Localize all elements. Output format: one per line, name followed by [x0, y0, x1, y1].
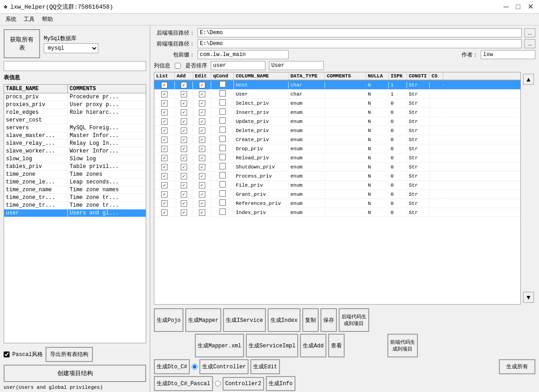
- gen-iservice-button[interactable]: 生成IService: [223, 308, 266, 332]
- checkbox[interactable]: [181, 155, 187, 161]
- checkbox[interactable]: [181, 182, 187, 188]
- checkbox[interactable]: [161, 91, 168, 97]
- data-table-row[interactable]: Shutdown_priv enum N 0 Str: [154, 163, 520, 172]
- checkbox[interactable]: [219, 99, 226, 106]
- export-button[interactable]: 导出所有表结构: [46, 347, 93, 362]
- table-list-row[interactable]: time_zone_tr...Time zone tr...: [4, 194, 146, 202]
- frontend-gen-button[interactable]: 前端代码生成到项目: [387, 334, 418, 357]
- checkbox[interactable]: [199, 155, 205, 161]
- data-table-row[interactable]: Host char N 1 Str: [154, 81, 520, 90]
- gen-info-button[interactable]: 生成Info: [266, 376, 295, 391]
- gen-dto-cs-pascal-button[interactable]: 生成Dto_C#_Pascal: [154, 376, 213, 391]
- checkbox[interactable]: [181, 91, 187, 97]
- gen-controller-radio[interactable]: [192, 364, 198, 370]
- close-button[interactable]: ✕: [526, 2, 535, 11]
- checkbox[interactable]: [219, 154, 226, 160]
- frontend-path-input[interactable]: [198, 39, 522, 48]
- checkbox[interactable]: [161, 146, 168, 152]
- checkbox[interactable]: [219, 163, 226, 169]
- table-list-row[interactable]: proxies_privUser proxy p...: [4, 101, 146, 109]
- data-table-row[interactable]: User char N 1 Str: [154, 90, 520, 99]
- table-list-row[interactable]: procs_privProcedure pr...: [4, 93, 146, 101]
- gen-controller-button[interactable]: 生成Controller: [199, 359, 249, 374]
- data-table-row[interactable]: Create_priv enum N 0 Str: [154, 135, 520, 144]
- checkbox[interactable]: [199, 118, 205, 125]
- checkbox[interactable]: [181, 109, 187, 116]
- checkbox[interactable]: [219, 90, 226, 97]
- checkbox[interactable]: [199, 82, 205, 88]
- checkbox[interactable]: [181, 200, 187, 207]
- checkbox[interactable]: [199, 191, 205, 198]
- table-list-row[interactable]: serversMySQL Foreig...: [4, 124, 146, 132]
- gen-all-button[interactable]: 生成所有: [499, 359, 535, 374]
- checkbox[interactable]: [181, 173, 187, 179]
- table-list-row[interactable]: slave_master...Master Infor...: [4, 132, 146, 140]
- table-list-row[interactable]: time_zone_tr...Time zone tr...: [4, 202, 146, 209]
- checkbox[interactable]: [219, 190, 226, 197]
- menu-item-system[interactable]: 系统: [2, 15, 20, 24]
- checkbox[interactable]: [161, 155, 168, 161]
- checkbox[interactable]: [199, 200, 205, 207]
- checkbox[interactable]: [181, 191, 187, 198]
- gen-mapper-button[interactable]: 生成Mapper: [185, 308, 221, 332]
- checkbox[interactable]: [199, 164, 205, 170]
- checkbox[interactable]: [199, 209, 205, 216]
- table-list-row[interactable]: tables_privTable privil...: [4, 163, 146, 171]
- package-input[interactable]: [198, 50, 289, 59]
- checkbox[interactable]: [181, 82, 187, 88]
- search-input[interactable]: [4, 61, 146, 71]
- pascal-checkbox[interactable]: [4, 351, 10, 357]
- controller2-button[interactable]: Controller2: [223, 377, 264, 391]
- checkbox[interactable]: [199, 182, 205, 188]
- gen-add-button[interactable]: 生成Add: [300, 334, 326, 357]
- checkbox[interactable]: [219, 127, 226, 133]
- data-table-row[interactable]: Drop_priv enum N 0 Str: [154, 144, 520, 153]
- checkbox[interactable]: [199, 127, 205, 134]
- checkbox[interactable]: [219, 108, 226, 115]
- checkbox[interactable]: [161, 137, 168, 143]
- checkbox[interactable]: [199, 173, 205, 179]
- table-list-row[interactable]: slave_worker...Worker Infor...: [4, 148, 146, 155]
- menu-item-tools[interactable]: 工具: [20, 15, 38, 24]
- table-list-row[interactable]: userUsers and gl...: [4, 209, 146, 217]
- gen-index-button[interactable]: 生成Index: [268, 308, 300, 332]
- checkbox[interactable]: [199, 146, 205, 152]
- checkbox[interactable]: [161, 209, 168, 216]
- data-table-row[interactable]: Process_priv enum N 0 Str: [154, 172, 520, 181]
- checkbox[interactable]: [199, 109, 205, 116]
- checkbox[interactable]: [199, 137, 205, 143]
- checkbox[interactable]: [161, 109, 168, 116]
- db-select[interactable]: mysql: [44, 43, 98, 53]
- scroll-down-button[interactable]: ▼: [523, 292, 534, 303]
- checkbox[interactable]: [181, 209, 187, 216]
- checkbox[interactable]: [181, 164, 187, 170]
- gen-service-impl-button[interactable]: 生成ServiceImpl: [246, 334, 298, 357]
- entity-name-input[interactable]: [269, 61, 324, 70]
- checkbox[interactable]: [219, 181, 226, 188]
- minimize-button[interactable]: ─: [502, 2, 510, 11]
- data-table-row[interactable]: Delete_priv enum N 0 Str: [154, 126, 520, 135]
- frontend-browse-button[interactable]: ...: [524, 39, 535, 48]
- data-table-row[interactable]: Grant_priv enum N 0 Str: [154, 190, 520, 199]
- get-all-tables-button[interactable]: 获取所有表: [4, 29, 40, 58]
- backend-gen-button[interactable]: 后端代码生成到项目: [339, 308, 369, 332]
- create-project-button[interactable]: 创建项目结构: [4, 365, 146, 382]
- checkbox[interactable]: [219, 136, 226, 142]
- checkbox[interactable]: [161, 173, 168, 179]
- checkbox[interactable]: [161, 191, 168, 198]
- view-button[interactable]: 查看: [328, 334, 345, 357]
- checkbox[interactable]: [219, 145, 226, 151]
- data-table-row[interactable]: Reload_priv enum N 0 Str: [154, 153, 520, 163]
- table-list-row[interactable]: time_zone_nameTime zone names: [4, 186, 146, 194]
- sort-checkbox[interactable]: [175, 63, 181, 69]
- checkbox[interactable]: [161, 182, 168, 188]
- table-list-row[interactable]: role_edgesRole hierarc...: [4, 109, 146, 117]
- checkbox[interactable]: [161, 100, 168, 107]
- data-table-row[interactable]: Select_priv enum N 0 Str: [154, 99, 520, 108]
- data-table-row[interactable]: References_priv enum N 0 Str: [154, 199, 520, 208]
- data-table-row[interactable]: Update_priv enum N 0 Str: [154, 117, 520, 126]
- checkbox[interactable]: [199, 100, 205, 107]
- checkbox[interactable]: [181, 100, 187, 107]
- author-input[interactable]: [481, 50, 535, 59]
- checkbox[interactable]: [161, 82, 168, 88]
